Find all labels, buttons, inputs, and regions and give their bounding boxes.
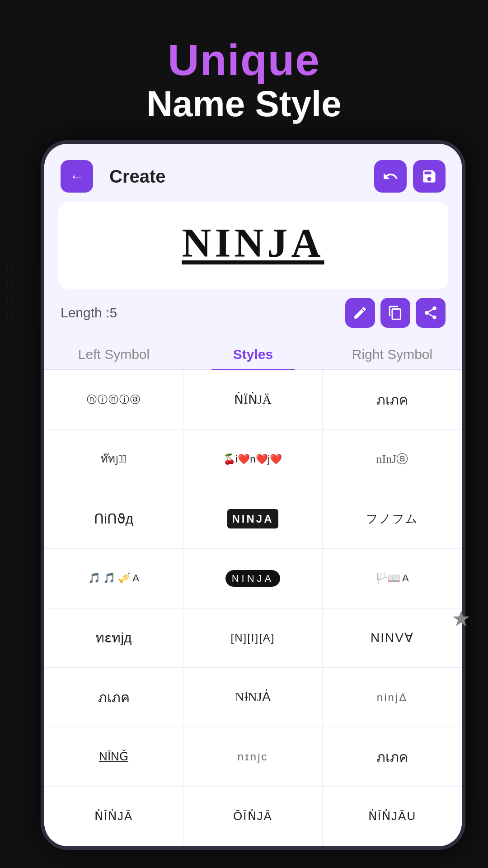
style-item-18[interactable]: NĪNǦ <box>44 727 183 787</box>
back-arrow-icon: ← <box>70 168 84 185</box>
create-label: Create <box>109 166 166 187</box>
tab-styles[interactable]: Styles <box>183 337 323 369</box>
top-bar-left: ← Create <box>61 160 166 193</box>
style-item-9[interactable]: 🎵 🎵 🎺 A <box>44 549 183 609</box>
toolbar-icons <box>345 298 446 328</box>
style-item-1[interactable]: ṄÏṄJÄ <box>183 370 323 430</box>
tabs-row: Left Symbol Styles Right Symbol <box>44 337 462 370</box>
save-icon <box>421 168 437 184</box>
header-section: Unique Name Style <box>0 36 488 124</box>
preview-area: NINJA <box>58 202 448 289</box>
styles-grid: ⓝⓘⓝⓙⓐ ṄÏṄJÄ ภเภค ท๊ทjล᷊ 🍒i❤️n❤️j❤️ nInJⓐ <box>44 370 462 846</box>
tab-left-symbol[interactable]: Left Symbol <box>44 337 183 369</box>
edit-button[interactable] <box>345 298 375 328</box>
phone-frame: ← Create <box>41 140 465 850</box>
copy-button[interactable] <box>380 298 410 328</box>
style-item-21[interactable]: ṄĪṄJĀ <box>44 787 183 846</box>
top-bar-right <box>374 160 446 193</box>
edit-icon <box>352 305 368 321</box>
top-bar: ← Create <box>44 144 462 202</box>
style-item-15[interactable]: ภเภค <box>44 668 183 727</box>
phone-inner: ← Create <box>44 144 462 846</box>
style-item-20[interactable]: ภเภค <box>323 727 462 787</box>
style-item-2[interactable]: ภเภค <box>323 370 462 430</box>
style-item-13[interactable]: [N][I][A] <box>183 609 323 668</box>
back-button[interactable]: ← <box>61 160 93 193</box>
undo-icon <box>382 168 399 184</box>
star-badge: ★ <box>451 606 471 631</box>
style-item-5[interactable]: nInJⓐ <box>323 430 462 490</box>
preview-text: NINJA <box>182 220 324 266</box>
app-title: Unique <box>0 36 488 84</box>
app-content: ← Create <box>44 144 462 846</box>
style-item-19[interactable]: nɪnjc <box>183 727 323 787</box>
style-item-0[interactable]: ⓝⓘⓝⓙⓐ <box>44 370 183 430</box>
share-button[interactable] <box>416 298 446 328</box>
style-item-17[interactable]: ninjΔ <box>323 668 462 727</box>
style-item-22[interactable]: ŌĪṄJĀ <box>183 787 323 846</box>
style-item-8[interactable]: フノフム <box>323 489 462 549</box>
save-button[interactable] <box>413 160 446 193</box>
style-item-12[interactable]: ทɛทjд <box>44 609 183 668</box>
style-item-6[interactable]: ՈiՈϑд <box>44 489 183 549</box>
toolbar-row: Length :5 <box>44 289 462 332</box>
style-item-4[interactable]: 🍒i❤️n❤️j❤️ <box>183 430 323 490</box>
style-item-3[interactable]: ท๊ทjล᷊ <box>44 430 183 490</box>
style-item-11[interactable]: 🏳️📖 A <box>323 549 462 609</box>
style-item-23[interactable]: ṄĪṄJĀU <box>323 787 462 846</box>
style-item-16[interactable]: NƗNJȦ <box>183 668 323 727</box>
style-item-14[interactable]: NINV∀ <box>323 609 462 668</box>
copy-icon <box>388 305 403 321</box>
style-item-7[interactable]: NINJA <box>183 489 323 549</box>
length-label: Length :5 <box>61 305 117 321</box>
style-item-10[interactable]: NINJA <box>183 549 323 609</box>
share-icon <box>423 305 438 321</box>
bg-dots-left <box>5 262 41 326</box>
app-subtitle: Name Style <box>0 84 488 124</box>
tab-right-symbol[interactable]: Right Symbol <box>323 337 462 369</box>
undo-button[interactable] <box>374 160 407 193</box>
